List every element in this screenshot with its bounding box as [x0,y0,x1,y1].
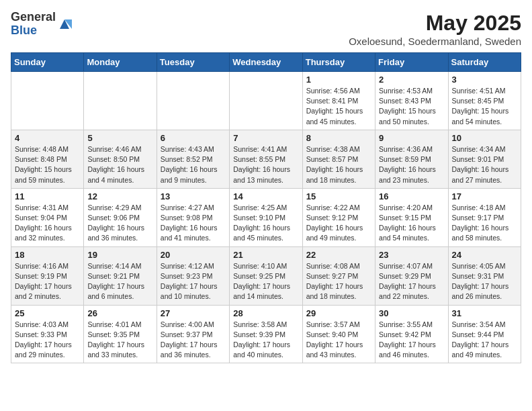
day-number: 30 [379,308,444,318]
day-cell [11,72,84,130]
day-info: Sunrise: 4:34 AM Sunset: 9:01 PM Dayligh… [452,144,517,185]
day-info: Sunrise: 4:51 AM Sunset: 8:45 PM Dayligh… [452,86,517,127]
week-row-5: 25Sunrise: 4:03 AM Sunset: 9:33 PM Dayli… [11,305,521,363]
day-cell [84,72,157,130]
day-info: Sunrise: 4:08 AM Sunset: 9:27 PM Dayligh… [306,261,371,302]
day-number: 11 [15,191,80,201]
month-title: May 2025 [349,11,521,36]
week-row-4: 18Sunrise: 4:16 AM Sunset: 9:19 PM Dayli… [11,246,521,305]
day-number: 12 [87,191,152,201]
day-cell: 9Sunrise: 4:36 AM Sunset: 8:59 PM Daylig… [375,130,448,188]
day-cell: 10Sunrise: 4:34 AM Sunset: 9:01 PM Dayli… [448,130,521,188]
day-info: Sunrise: 4:12 AM Sunset: 9:23 PM Dayligh… [161,261,226,302]
day-info: Sunrise: 4:38 AM Sunset: 8:57 PM Dayligh… [306,144,371,185]
day-cell: 30Sunrise: 3:55 AM Sunset: 9:42 PM Dayli… [375,305,448,363]
day-info: Sunrise: 4:01 AM Sunset: 9:35 PM Dayligh… [87,320,152,361]
day-info: Sunrise: 4:29 AM Sunset: 9:06 PM Dayligh… [87,203,152,244]
day-info: Sunrise: 4:46 AM Sunset: 8:50 PM Dayligh… [87,144,152,185]
day-cell: 31Sunrise: 3:54 AM Sunset: 9:44 PM Dayli… [448,305,521,363]
day-cell: 20Sunrise: 4:12 AM Sunset: 9:23 PM Dayli… [157,246,229,305]
weekday-header-monday: Monday [84,53,157,72]
day-info: Sunrise: 4:16 AM Sunset: 9:19 PM Dayligh… [15,261,80,302]
day-cell: 19Sunrise: 4:14 AM Sunset: 9:21 PM Dayli… [84,246,157,305]
logo-icon [57,17,72,32]
day-info: Sunrise: 4:00 AM Sunset: 9:37 PM Dayligh… [161,320,226,361]
day-info: Sunrise: 4:20 AM Sunset: 9:15 PM Dayligh… [379,203,444,244]
day-cell: 11Sunrise: 4:31 AM Sunset: 9:04 PM Dayli… [11,188,84,246]
day-number: 28 [233,308,298,318]
logo: General Blue [11,11,72,38]
day-info: Sunrise: 3:54 AM Sunset: 9:44 PM Dayligh… [452,320,517,361]
weekday-header-thursday: Thursday [302,53,375,72]
day-info: Sunrise: 4:56 AM Sunset: 8:41 PM Dayligh… [306,86,371,127]
day-cell: 7Sunrise: 4:41 AM Sunset: 8:55 PM Daylig… [230,130,302,188]
day-number: 20 [161,250,226,260]
day-cell: 12Sunrise: 4:29 AM Sunset: 9:06 PM Dayli… [84,188,157,246]
day-info: Sunrise: 4:03 AM Sunset: 9:33 PM Dayligh… [15,320,80,361]
day-number: 4 [15,133,80,143]
title-block: May 2025 Oxeloesund, Soedermanland, Swed… [349,11,521,47]
day-number: 23 [379,250,444,260]
day-number: 16 [379,191,444,201]
day-cell: 23Sunrise: 4:07 AM Sunset: 9:29 PM Dayli… [375,246,448,305]
weekday-header-tuesday: Tuesday [157,53,229,72]
day-cell: 17Sunrise: 4:18 AM Sunset: 9:17 PM Dayli… [448,188,521,246]
day-cell: 27Sunrise: 4:00 AM Sunset: 9:37 PM Dayli… [157,305,229,363]
day-number: 9 [379,133,444,143]
day-cell: 25Sunrise: 4:03 AM Sunset: 9:33 PM Dayli… [11,305,84,363]
day-number: 14 [233,191,298,201]
day-number: 3 [452,75,517,85]
weekday-header-saturday: Saturday [448,53,521,72]
day-info: Sunrise: 4:36 AM Sunset: 8:59 PM Dayligh… [379,144,444,185]
day-number: 22 [306,250,371,260]
day-cell: 14Sunrise: 4:25 AM Sunset: 9:10 PM Dayli… [230,188,302,246]
day-number: 29 [306,308,371,318]
day-number: 15 [306,191,371,201]
day-cell [230,72,302,130]
day-number: 24 [452,250,517,260]
day-number: 10 [452,133,517,143]
day-cell: 5Sunrise: 4:46 AM Sunset: 8:50 PM Daylig… [84,130,157,188]
day-number: 6 [161,133,226,143]
day-cell [157,72,229,130]
week-row-1: 1Sunrise: 4:56 AM Sunset: 8:41 PM Daylig… [11,72,521,130]
week-row-2: 4Sunrise: 4:48 AM Sunset: 8:48 PM Daylig… [11,130,521,188]
day-number: 27 [161,308,226,318]
day-info: Sunrise: 4:43 AM Sunset: 8:52 PM Dayligh… [161,144,226,185]
day-cell: 1Sunrise: 4:56 AM Sunset: 8:41 PM Daylig… [302,72,375,130]
day-info: Sunrise: 3:57 AM Sunset: 9:40 PM Dayligh… [306,320,371,361]
day-info: Sunrise: 4:14 AM Sunset: 9:21 PM Dayligh… [87,261,152,302]
day-info: Sunrise: 4:22 AM Sunset: 9:12 PM Dayligh… [306,203,371,244]
day-number: 5 [87,133,152,143]
day-info: Sunrise: 3:58 AM Sunset: 9:39 PM Dayligh… [233,320,298,361]
logo-general-text: General [11,11,56,24]
weekday-header-wednesday: Wednesday [230,53,302,72]
logo-blue-text: Blue [11,24,56,38]
day-info: Sunrise: 4:10 AM Sunset: 9:25 PM Dayligh… [233,261,298,302]
day-cell: 24Sunrise: 4:05 AM Sunset: 9:31 PM Dayli… [448,246,521,305]
day-cell: 2Sunrise: 4:53 AM Sunset: 8:43 PM Daylig… [375,72,448,130]
day-number: 1 [306,75,371,85]
day-cell: 3Sunrise: 4:51 AM Sunset: 8:45 PM Daylig… [448,72,521,130]
weekday-header-row: SundayMondayTuesdayWednesdayThursdayFrid… [11,53,521,72]
day-info: Sunrise: 3:55 AM Sunset: 9:42 PM Dayligh… [379,320,444,361]
day-cell: 18Sunrise: 4:16 AM Sunset: 9:19 PM Dayli… [11,246,84,305]
day-number: 13 [161,191,226,201]
calendar-table: SundayMondayTuesdayWednesdayThursdayFrid… [11,52,521,363]
day-cell: 21Sunrise: 4:10 AM Sunset: 9:25 PM Dayli… [230,246,302,305]
day-info: Sunrise: 4:27 AM Sunset: 9:08 PM Dayligh… [161,203,226,244]
day-number: 7 [233,133,298,143]
day-info: Sunrise: 4:18 AM Sunset: 9:17 PM Dayligh… [452,203,517,244]
weekday-header-sunday: Sunday [11,53,84,72]
day-number: 25 [15,308,80,318]
day-cell: 16Sunrise: 4:20 AM Sunset: 9:15 PM Dayli… [375,188,448,246]
location-title: Oxeloesund, Soedermanland, Sweden [349,36,521,47]
day-number: 2 [379,75,444,85]
page-header: General Blue May 2025 Oxeloesund, Soeder… [11,11,521,47]
day-info: Sunrise: 4:05 AM Sunset: 9:31 PM Dayligh… [452,261,517,302]
day-cell: 15Sunrise: 4:22 AM Sunset: 9:12 PM Dayli… [302,188,375,246]
day-info: Sunrise: 4:25 AM Sunset: 9:10 PM Dayligh… [233,203,298,244]
day-cell: 13Sunrise: 4:27 AM Sunset: 9:08 PM Dayli… [157,188,229,246]
week-row-3: 11Sunrise: 4:31 AM Sunset: 9:04 PM Dayli… [11,188,521,246]
day-number: 26 [87,308,152,318]
